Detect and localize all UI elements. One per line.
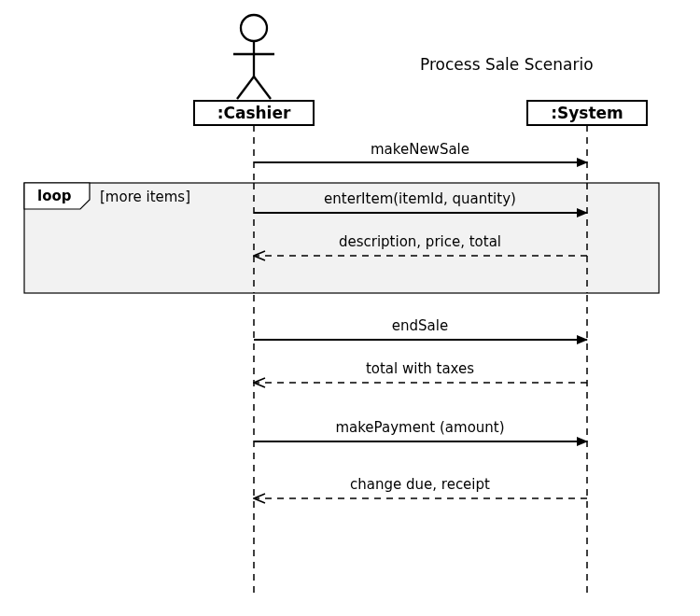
system-label: :System — [551, 104, 623, 122]
actor-label: :Cashier — [217, 104, 291, 122]
msg-makepayment: makePayment (amount) — [335, 419, 504, 436]
msg-totaltaxes: total with taxes — [366, 360, 474, 377]
svg-point-0 — [241, 15, 267, 41]
actor-box: :Cashier — [194, 101, 314, 125]
loop-guard: [more items] — [100, 189, 190, 205]
msg-changedue: change due, receipt — [350, 476, 490, 493]
svg-line-4 — [254, 77, 271, 99]
msg-endsale: endSale — [392, 317, 448, 334]
diagram-title: Process Sale Scenario — [420, 55, 594, 74]
system-box: :System — [527, 101, 647, 125]
msg-description: description, price, total — [339, 233, 501, 250]
msg-enteritem: enterItem(itemId, quantity) — [324, 190, 516, 207]
msg-makenewsale: makeNewSale — [371, 141, 469, 158]
loop-keyword: loop — [37, 188, 72, 204]
svg-line-3 — [237, 77, 254, 99]
actor-figure-icon — [233, 15, 274, 99]
